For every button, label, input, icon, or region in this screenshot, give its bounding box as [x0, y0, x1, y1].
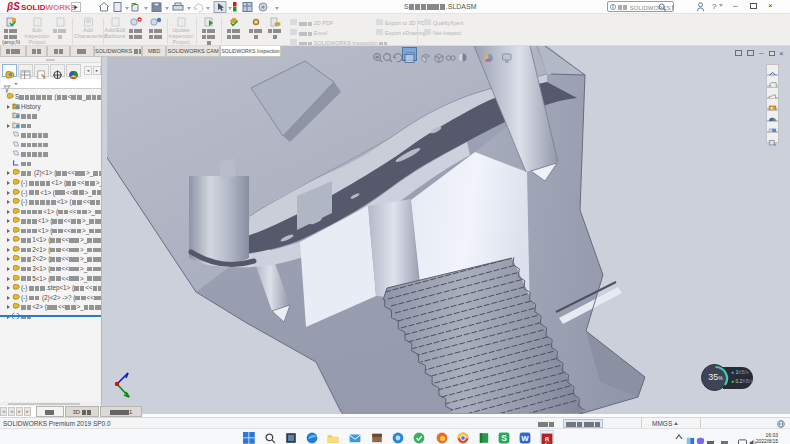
svg-text:S: S — [501, 433, 507, 443]
svg-text:β: β — [545, 435, 550, 444]
svg-text:W: W — [521, 434, 529, 443]
